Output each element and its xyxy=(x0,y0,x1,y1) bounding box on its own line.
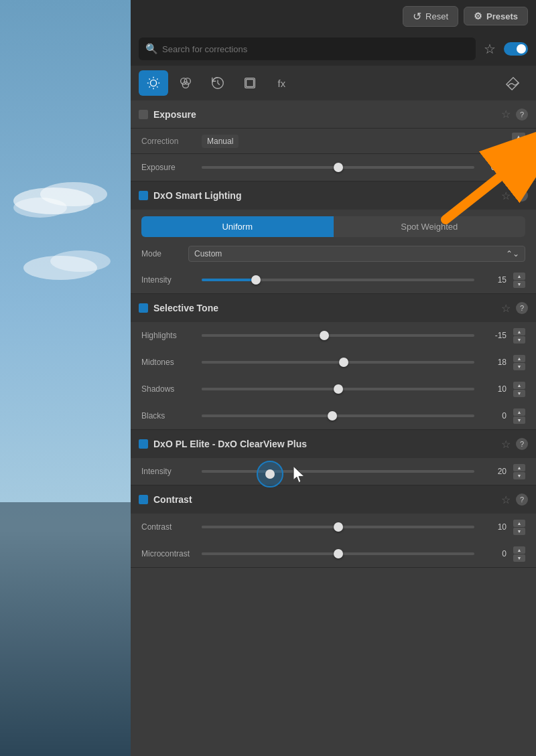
clearview-indicator xyxy=(139,439,148,449)
exposure-up[interactable]: ▲ xyxy=(513,160,525,167)
exposure-value: 0,00 xyxy=(481,163,507,172)
exposure-title: Exposure xyxy=(153,109,501,120)
blacks-thumb[interactable] xyxy=(328,411,337,421)
highlights-down[interactable]: ▼ xyxy=(513,336,525,344)
midtones-row: Midtones 18 ▲ ▼ xyxy=(131,349,536,376)
tool-history-icon[interactable] xyxy=(203,70,232,96)
svg-point-7 xyxy=(150,80,156,86)
search-wrapper[interactable]: 🔍 xyxy=(139,37,476,60)
reset-button[interactable]: ↺ Reset xyxy=(403,6,458,27)
search-input[interactable] xyxy=(162,44,469,54)
corrections-panel: Exposure ☆ ? Correction Manual ▲ ▼ xyxy=(131,100,536,756)
clearview-title: DxO PL Elite - DxO ClearView Plus xyxy=(153,439,501,449)
tool-effects-icon[interactable]: fx xyxy=(267,70,297,96)
clearview-intensity-value: 20 xyxy=(481,467,507,476)
contrast-help[interactable]: ? xyxy=(516,494,528,506)
contrast-stepper[interactable]: ▲ ▼ xyxy=(513,520,525,535)
clearview-intensity-thumb[interactable] xyxy=(265,469,275,479)
sl-intensity-thumb[interactable] xyxy=(251,275,261,285)
exposure-stepper[interactable]: ▲ ▼ xyxy=(513,160,525,175)
midtones-thumb[interactable] xyxy=(339,358,348,367)
shadows-value: 10 xyxy=(481,384,507,394)
selective-tone-header[interactable]: Selective Tone ☆ ? xyxy=(131,294,536,322)
contrast-row: Contrast 10 ▲ ▼ xyxy=(131,514,536,540)
microcontrast-up[interactable]: ▲ xyxy=(513,546,525,554)
tool-brush-icon[interactable] xyxy=(498,70,528,96)
correction-down[interactable]: ▼ xyxy=(512,141,525,149)
exposure-header[interactable]: Exposure ☆ ? xyxy=(131,100,536,129)
svg-point-3 xyxy=(13,198,67,218)
midtones-up[interactable]: ▲ xyxy=(513,355,525,362)
favorites-star-button[interactable]: ☆ xyxy=(481,38,498,60)
sl-intensity-slider[interactable] xyxy=(202,279,474,281)
clearview-intensity-stepper[interactable]: ▲ ▼ xyxy=(513,464,525,479)
exposure-section: Exposure ☆ ? Correction Manual ▲ ▼ xyxy=(131,100,536,181)
exposure-checkbox[interactable] xyxy=(139,110,148,119)
correction-stepper[interactable]: ▲ ▼ xyxy=(512,133,525,149)
svg-line-14 xyxy=(149,86,150,87)
contrast-slider[interactable] xyxy=(202,526,474,528)
spot-weighted-button[interactable]: Spot Weighted xyxy=(334,216,526,237)
highlights-stepper[interactable]: ▲ ▼ xyxy=(513,328,525,344)
microcontrast-row: Microcontrast 0 ▲ ▼ xyxy=(131,540,536,567)
exposure-help[interactable]: ? xyxy=(516,108,528,121)
contrast-thumb[interactable] xyxy=(334,522,343,532)
microcontrast-thumb[interactable] xyxy=(334,549,343,558)
correction-up[interactable]: ▲ xyxy=(512,133,525,141)
contrast-up[interactable]: ▲ xyxy=(513,520,525,527)
midtones-value: 18 xyxy=(481,358,507,367)
toggle-button[interactable] xyxy=(504,42,528,56)
tool-light-icon[interactable] xyxy=(139,70,168,96)
clearview-intensity-slider[interactable] xyxy=(202,470,474,473)
microcontrast-down[interactable]: ▼ xyxy=(513,554,525,562)
blacks-stepper[interactable]: ▲ ▼ xyxy=(513,408,525,424)
exposure-down[interactable]: ▼ xyxy=(513,168,525,175)
clearview-header[interactable]: DxO PL Elite - DxO ClearView Plus ☆ ? xyxy=(131,430,536,458)
smart-lighting-indicator xyxy=(139,191,148,200)
smart-lighting-star[interactable]: ☆ xyxy=(501,190,511,202)
correction-dropdown[interactable]: Manual xyxy=(202,135,239,148)
highlights-slider[interactable] xyxy=(202,334,474,337)
microcontrast-slider[interactable] xyxy=(202,552,474,555)
selective-tone-help[interactable]: ? xyxy=(516,302,528,314)
smart-lighting-header[interactable]: DxO Smart Lighting ☆ ? xyxy=(131,181,536,210)
sl-intensity-down[interactable]: ▼ xyxy=(513,281,525,288)
highlights-up[interactable]: ▲ xyxy=(513,328,525,335)
highlights-thumb[interactable] xyxy=(320,331,329,340)
uniform-button[interactable]: Uniform xyxy=(141,216,334,237)
sl-intensity-up[interactable]: ▲ xyxy=(513,273,525,280)
tool-color-icon[interactable] xyxy=(171,70,200,96)
tool-layers-icon[interactable] xyxy=(235,70,265,96)
blacks-down[interactable]: ▼ xyxy=(513,417,525,424)
selective-tone-star[interactable]: ☆ xyxy=(501,302,511,315)
clearview-intensity-up[interactable]: ▲ xyxy=(513,464,525,471)
shadows-down[interactable]: ▼ xyxy=(513,390,525,397)
midtones-down[interactable]: ▼ xyxy=(513,363,525,370)
shadows-stepper[interactable]: ▲ ▼ xyxy=(513,382,525,397)
contrast-star[interactable]: ☆ xyxy=(501,494,511,506)
shadows-slider[interactable] xyxy=(202,388,474,390)
contrast-value: 10 xyxy=(481,522,507,532)
exposure-slider[interactable] xyxy=(202,166,474,169)
blacks-up[interactable]: ▲ xyxy=(513,408,525,416)
contrast-header[interactable]: Contrast ☆ ? xyxy=(131,485,536,514)
presets-button[interactable]: ⚙ Presets xyxy=(464,7,528,25)
mode-dropdown[interactable]: Custom ⌃⌄ xyxy=(188,246,525,262)
sl-intensity-label: Intensity xyxy=(141,275,195,285)
selective-tone-section: Selective Tone ☆ ? Highlights -15 ▲ xyxy=(131,294,536,430)
shadows-thumb[interactable] xyxy=(334,384,343,394)
sl-intensity-stepper[interactable]: ▲ ▼ xyxy=(513,273,525,288)
blacks-slider[interactable] xyxy=(202,414,474,417)
clearview-intensity-down[interactable]: ▼ xyxy=(513,472,525,479)
exposure-star[interactable]: ☆ xyxy=(501,108,511,121)
sl-intensity-value: 15 xyxy=(481,275,507,285)
midtones-slider[interactable] xyxy=(202,361,474,364)
microcontrast-stepper[interactable]: ▲ ▼ xyxy=(513,546,525,562)
shadows-up[interactable]: ▲ xyxy=(513,382,525,389)
smart-lighting-help[interactable]: ? xyxy=(516,190,528,202)
clearview-star[interactable]: ☆ xyxy=(501,438,511,451)
midtones-stepper[interactable]: ▲ ▼ xyxy=(513,355,525,370)
clearview-help[interactable]: ? xyxy=(516,438,528,450)
exposure-thumb[interactable] xyxy=(334,163,343,172)
contrast-down[interactable]: ▼ xyxy=(513,528,525,535)
